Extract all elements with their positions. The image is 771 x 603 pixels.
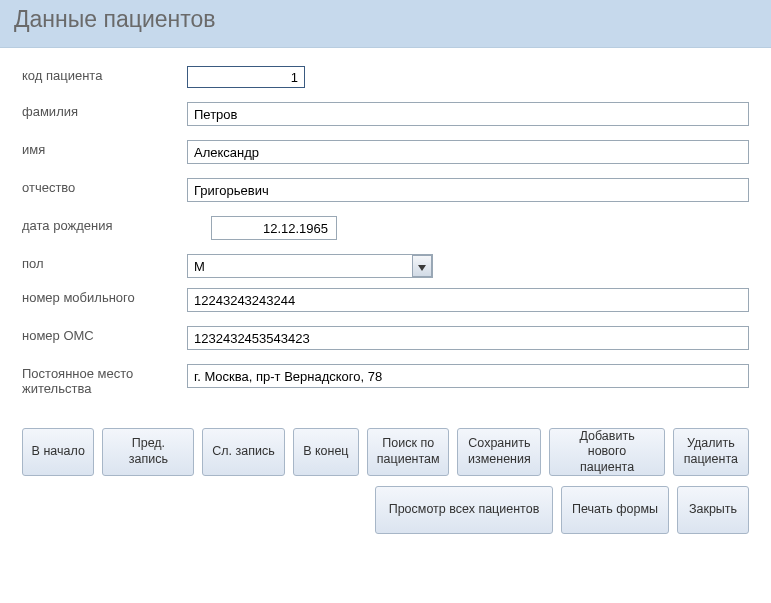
input-name[interactable] [187, 140, 749, 164]
input-mobile[interactable] [187, 288, 749, 312]
label-oms: номер ОМС [22, 326, 187, 343]
button-row-1: В начало Пред. запись Сл. запись В конец… [0, 420, 771, 482]
label-sex: пол [22, 254, 187, 271]
save-button[interactable]: Сохранить изменения [457, 428, 541, 476]
button-row-2: Просмотр всех пациентов Печать формы Зак… [0, 482, 771, 548]
next-button[interactable]: Сл. запись [202, 428, 284, 476]
close-button[interactable]: Закрыть [677, 486, 749, 534]
input-patient-id[interactable] [187, 66, 305, 88]
input-surname[interactable] [187, 102, 749, 126]
input-patronymic[interactable] [187, 178, 749, 202]
input-dob[interactable] [211, 216, 337, 240]
prev-button[interactable]: Пред. запись [102, 428, 194, 476]
label-surname: фамилия [22, 102, 187, 119]
input-oms[interactable] [187, 326, 749, 350]
input-address[interactable] [187, 364, 749, 388]
label-address: Постоянное место жительства [22, 364, 187, 396]
last-button[interactable]: В конец [293, 428, 360, 476]
view-all-button[interactable]: Просмотр всех пациентов [375, 486, 553, 534]
form-body: код пациента фамилия имя отчество дата р… [0, 48, 771, 420]
label-patronymic: отчество [22, 178, 187, 195]
sex-dropdown-button[interactable] [412, 255, 432, 277]
add-new-button[interactable]: Добавить нового пациента [549, 428, 664, 476]
label-name: имя [22, 140, 187, 157]
print-button[interactable]: Печать формы [561, 486, 669, 534]
first-button[interactable]: В начало [22, 428, 94, 476]
label-mobile: номер мобильного [22, 288, 187, 305]
delete-button[interactable]: Удалить пациента [673, 428, 749, 476]
label-patient-id: код пациента [22, 66, 187, 83]
search-button[interactable]: Поиск по пациентам [367, 428, 449, 476]
label-dob: дата рождения [22, 216, 187, 233]
chevron-down-icon [418, 259, 426, 274]
input-sex[interactable] [187, 254, 433, 278]
form-title: Данные пациентов [0, 0, 771, 48]
